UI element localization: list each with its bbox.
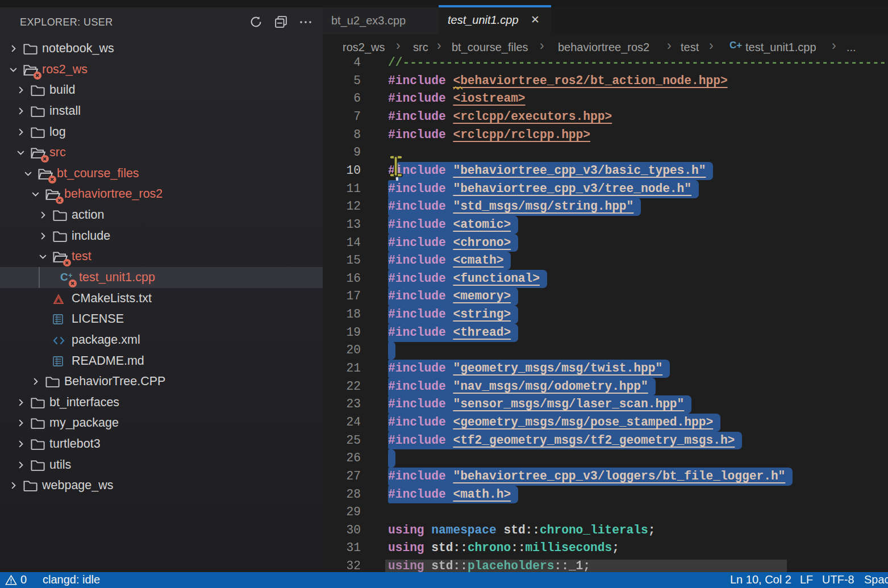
svg-text:C: C [60, 271, 68, 283]
svg-text:+: + [68, 271, 73, 280]
